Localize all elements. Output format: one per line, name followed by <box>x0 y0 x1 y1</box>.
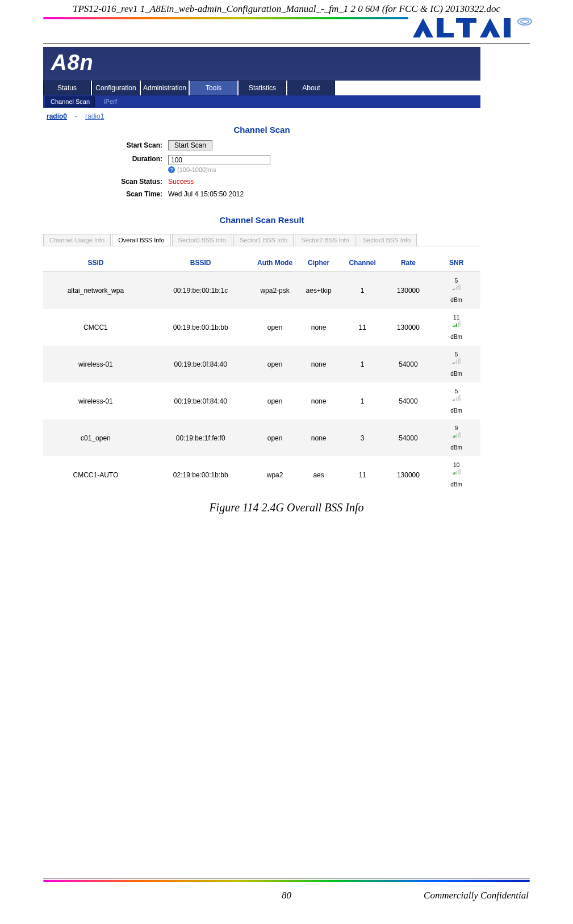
tab-sector0-bss-info[interactable]: Sector0 BSS Info <box>172 234 232 246</box>
cell-auth: open <box>253 346 297 383</box>
main-menu: Status Configuration Administration Tool… <box>43 81 480 95</box>
cell-rate: 54000 <box>384 419 433 456</box>
cell-auth: open <box>253 383 297 419</box>
cell-snr: 5dBm <box>432 346 480 383</box>
th-snr[interactable]: SNR <box>432 254 480 272</box>
table-row: CMCC1-AUTO02:19:be:00:1b:bbwpa2aes111300… <box>43 456 480 493</box>
duration-hint-text: (100-1000)ms <box>177 166 216 173</box>
cell-bssid: 00:19:be:0f:84:40 <box>148 383 253 419</box>
tab-sector3-bss-info[interactable]: Sector3 BSS Info <box>357 234 417 246</box>
tab-sector1-bss-info[interactable]: Sector1 BSS Info <box>233 234 294 246</box>
cell-cipher: none <box>297 309 341 346</box>
cell-snr: 11dBm <box>432 309 480 346</box>
menu-configuration[interactable]: Configuration <box>92 81 140 95</box>
result-tabs: Channel Usage Info Overall BSS Info Sect… <box>43 234 480 246</box>
cell-rate: 130000 <box>384 272 433 309</box>
app-brand-bar: A8n <box>43 47 480 81</box>
tab-sector2-bss-info[interactable]: Sector2 BSS Info <box>295 234 355 246</box>
cell-ssid: wireless-01 <box>43 383 148 419</box>
start-scan-label: Start Scan: <box>43 141 168 149</box>
duration-input[interactable] <box>168 155 270 165</box>
cell-channel: 1 <box>341 383 384 419</box>
cell-rate: 130000 <box>384 456 433 493</box>
th-rate[interactable]: Rate <box>384 254 433 272</box>
footer-thin-rule <box>43 878 530 879</box>
cell-cipher: aes+tkip <box>297 272 341 309</box>
cell-bssid: 00:19:be:00:1b:1c <box>148 272 253 309</box>
submenu-channel-scan[interactable]: Channel Scan <box>45 96 95 107</box>
table-row: CMCC100:19:be:00:1b:bbopennone1113000011… <box>43 309 480 346</box>
result-table: SSID BSSID Auth Mode Cipher Channel Rate… <box>43 254 480 493</box>
cell-cipher: aes <box>297 456 341 493</box>
svg-rect-4 <box>463 18 470 37</box>
menu-status[interactable]: Status <box>43 81 91 95</box>
radio1-link[interactable]: radio1 <box>85 112 104 120</box>
scan-time-value: Wed Jul 4 15:05:50 2012 <box>168 190 244 198</box>
cell-snr: 9dBm <box>432 419 480 456</box>
menu-administration[interactable]: Administration <box>141 81 189 95</box>
doc-header: TPS12-016_rev1 1_A8Ein_web-admin_Configu… <box>0 0 573 16</box>
cell-bssid: 00:19:be:0f:84:40 <box>148 346 253 383</box>
th-channel[interactable]: Channel <box>341 254 384 272</box>
radio0-link[interactable]: radio0 <box>47 112 67 120</box>
scan-status-value: Success <box>168 178 194 186</box>
cell-ssid: altai_network_wpa <box>43 272 148 309</box>
menu-statistics[interactable]: Statistics <box>239 81 286 95</box>
app-screenshot: A8n Status Configuration Administration … <box>43 47 480 493</box>
submenu-iperf[interactable]: iPerf <box>99 97 122 106</box>
menu-tools[interactable]: Tools <box>190 81 237 95</box>
svg-rect-2 <box>437 33 454 37</box>
th-ssid[interactable]: SSID <box>43 254 148 272</box>
info-icon: ? <box>168 166 175 173</box>
section-channel-scan: Channel Scan <box>43 121 480 140</box>
cell-channel: 1 <box>341 346 384 383</box>
cell-ssid: CMCC1-AUTO <box>43 456 148 493</box>
scan-status-label: Scan Status: <box>43 178 168 186</box>
page-number: 80 <box>43 890 530 901</box>
cell-bssid: 00:19:be:00:1b:bb <box>148 309 253 346</box>
cell-snr: 10dBm <box>432 456 480 493</box>
scan-time-label: Scan Time: <box>43 190 168 198</box>
radio-selector: radio0 - radio1 <box>43 108 480 121</box>
cell-ssid: c01_open <box>43 419 148 456</box>
duration-hint: ?(100-1000)ms <box>168 166 270 173</box>
cell-bssid: 00:19:be:1f:fe:f0 <box>148 419 253 456</box>
cell-snr: 5dBm <box>432 272 480 309</box>
cell-auth: wpa2-psk <box>253 272 297 309</box>
tab-channel-usage-info[interactable]: Channel Usage Info <box>43 234 111 246</box>
start-scan-button[interactable]: Start Scan <box>168 140 212 150</box>
cell-auth: wpa2 <box>253 456 297 493</box>
logo <box>408 15 533 42</box>
header-thin-rule <box>43 43 530 44</box>
th-cipher[interactable]: Cipher <box>297 254 341 272</box>
th-auth[interactable]: Auth Mode <box>253 254 297 272</box>
footer: 80 Commercially Confidential <box>43 876 530 901</box>
footer-color-rule <box>43 880 530 882</box>
duration-label: Duration: <box>43 155 168 163</box>
menu-about[interactable]: About <box>287 81 335 95</box>
table-row: wireless-0100:19:be:0f:84:40opennone1540… <box>43 383 480 419</box>
radio-separator: - <box>75 112 77 120</box>
cell-ssid: CMCC1 <box>43 309 148 346</box>
cell-cipher: none <box>297 346 341 383</box>
cell-rate: 130000 <box>384 309 433 346</box>
svg-rect-5 <box>504 18 511 37</box>
cell-snr: 5dBm <box>432 383 480 419</box>
sub-menu: Channel Scan iPerf <box>43 95 480 108</box>
tab-overall-bss-info[interactable]: Overall BSS Info <box>112 234 170 246</box>
altai-logo-icon <box>408 15 533 42</box>
cell-auth: open <box>253 419 297 456</box>
cell-bssid: 02:19:be:00:1b:bb <box>148 456 253 493</box>
cell-channel: 1 <box>341 272 384 309</box>
figure-caption: Figure 114 2.4G Overall BSS Info <box>43 501 530 514</box>
table-row: wireless-0100:19:be:0f:84:40opennone1540… <box>43 346 480 383</box>
cell-rate: 54000 <box>384 383 433 419</box>
cell-cipher: none <box>297 383 341 419</box>
cell-channel: 3 <box>341 419 384 456</box>
cell-auth: open <box>253 309 297 346</box>
th-bssid[interactable]: BSSID <box>148 254 253 272</box>
app-brand: A8n <box>51 51 94 74</box>
cell-ssid: wireless-01 <box>43 346 148 383</box>
cell-channel: 11 <box>341 309 384 346</box>
cell-channel: 11 <box>341 456 384 493</box>
